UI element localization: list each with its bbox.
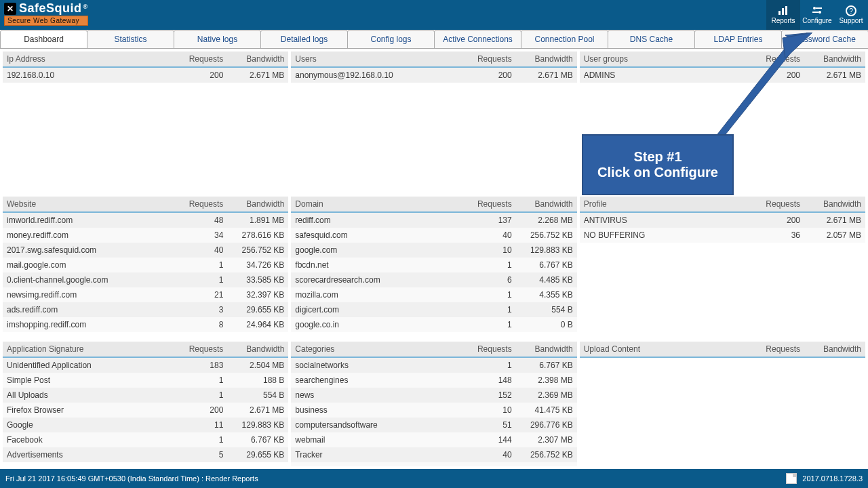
panel-body: 192.168.0.102002.671 MB <box>3 68 288 194</box>
tab-statistics[interactable]: Statistics <box>87 30 174 48</box>
table-row[interactable]: ANTIVIRUS2002.671 MB <box>580 213 865 228</box>
table-row[interactable]: rediff.com1372.268 MB <box>291 213 576 228</box>
table-row[interactable]: mail.google.com134.726 KB <box>3 258 288 272</box>
table-row[interactable]: Simple Post1188 B <box>3 373 288 388</box>
table-row[interactable]: Firefox Browser2002.671 MB <box>3 403 288 418</box>
nav-configure[interactable]: Configure <box>800 0 834 30</box>
table-row[interactable]: imworld.rediff.com481.891 MB <box>3 213 288 228</box>
panel-header: Application SignatureRequestsBandwidth <box>3 342 288 358</box>
cell-name: All Uploads <box>7 390 169 400</box>
tab-dns-cache[interactable]: DNS Cache <box>608 30 695 48</box>
table-row[interactable]: news1522.369 MB <box>291 388 576 403</box>
col-requests: Requests <box>462 52 516 66</box>
cell-bandwidth: 4.485 KB <box>512 275 573 285</box>
cell-requests: 1 <box>169 275 223 285</box>
cell-name: imworld.rediff.com <box>7 216 169 225</box>
cell-requests: 1 <box>458 305 512 314</box>
cell-bandwidth: 2.307 MB <box>512 435 573 445</box>
table-row[interactable]: 0.client-channel.google.com133.585 KB <box>3 272 288 287</box>
table-row[interactable]: mozilla.com14.355 KB <box>291 287 576 302</box>
panel-body: anonymous@192.168.0.102002.671 MB <box>291 68 576 194</box>
panel-header: DomainRequestsBandwidth <box>291 197 576 213</box>
table-row[interactable]: business1041.475 KB <box>291 403 576 418</box>
col-bandwidth: Bandwidth <box>516 52 577 66</box>
table-row[interactable]: safesquid.com40256.752 KB <box>291 228 576 243</box>
table-row[interactable]: Tracker40256.752 KB <box>291 447 576 462</box>
cell-name: Tracker <box>295 450 457 460</box>
table-row[interactable]: newsimg.rediff.com2132.397 KB <box>3 287 288 302</box>
cell-name: google.com <box>295 245 457 255</box>
cell-requests: 1 <box>458 260 512 270</box>
cell-name: newsimg.rediff.com <box>7 290 169 300</box>
table-row[interactable]: webmail1442.307 MB <box>291 432 576 447</box>
nav-support[interactable]: ? Support <box>834 0 868 30</box>
nav-configure-label: Configure <box>802 17 831 24</box>
col-title: Domain <box>291 197 461 211</box>
cell-bandwidth: 6.767 KB <box>512 260 573 270</box>
panel-application-signature: Application SignatureRequestsBandwidthUn… <box>3 342 288 466</box>
table-row[interactable]: computersandsoftware51296.776 KB <box>291 418 576 432</box>
brand-tagline: Secure Web Gateway <box>4 16 88 26</box>
tab-connection-pool[interactable]: Connection Pool <box>521 30 608 48</box>
table-row[interactable]: google.com10129.883 KB <box>291 243 576 258</box>
panel-body: imworld.rediff.com481.891 MBmoney.rediff… <box>3 213 288 339</box>
callout-line1: Step #1 <box>633 149 682 165</box>
cell-name: Facebook <box>7 435 169 445</box>
cell-requests: 148 <box>458 375 512 385</box>
table-row[interactable]: fbcdn.net16.767 KB <box>291 258 576 272</box>
document-icon[interactable] <box>786 473 797 484</box>
cell-requests: 40 <box>458 450 512 460</box>
cell-name: digicert.com <box>295 305 457 314</box>
table-row[interactable]: socialnetworks16.767 KB <box>291 358 576 373</box>
sliders-icon <box>812 5 823 16</box>
table-row[interactable]: All Uploads1554 B <box>3 388 288 403</box>
tab-native-logs[interactable]: Native logs <box>174 30 261 48</box>
cell-requests: 5 <box>169 450 223 460</box>
cell-name: webmail <box>295 435 457 445</box>
table-row[interactable]: Google11129.883 KB <box>3 418 288 432</box>
table-row[interactable]: NO BUFFERING362.057 MB <box>580 228 865 243</box>
table-row[interactable]: google.co.in10 B <box>291 317 576 332</box>
col-bandwidth: Bandwidth <box>227 197 288 211</box>
nav-reports[interactable]: Reports <box>766 0 800 30</box>
cell-name: Unidentified Application <box>7 361 169 370</box>
cell-name: Firefox Browser <box>7 405 169 415</box>
cell-bandwidth: 2.398 MB <box>512 375 573 385</box>
col-bandwidth: Bandwidth <box>227 342 288 357</box>
tab-config-logs[interactable]: Config logs <box>347 30 435 48</box>
cell-name: NO BUFFERING <box>584 230 746 240</box>
table-row[interactable]: searchengines1482.398 MB <box>291 373 576 388</box>
table-row[interactable]: 192.168.0.102002.671 MB <box>3 68 288 83</box>
cell-name: ads.rediff.com <box>7 305 169 314</box>
cell-bandwidth: 6.767 KB <box>223 435 284 445</box>
table-row[interactable]: Advertisements529.655 KB <box>3 447 288 462</box>
table-row[interactable]: money.rediff.com34278.616 KB <box>3 228 288 243</box>
cell-name: 0.client-channel.google.com <box>7 275 169 285</box>
table-row[interactable]: Facebook16.767 KB <box>3 432 288 447</box>
table-row[interactable]: anonymous@192.168.0.102002.671 MB <box>291 68 576 83</box>
table-row[interactable]: ads.rediff.com329.655 KB <box>3 302 288 317</box>
table-row[interactable]: imshopping.rediff.com824.964 KB <box>3 317 288 332</box>
status-right: 2017.0718.1728.3 <box>786 473 863 484</box>
col-title: Categories <box>291 342 461 357</box>
tab-dashboard[interactable]: Dashboard <box>0 30 87 48</box>
app-header: ✕ SafeSquid ® Secure Web Gateway Reports… <box>0 0 868 30</box>
panel-body <box>580 358 865 466</box>
panel-ip-address: Ip AddressRequestsBandwidth192.168.0.102… <box>3 52 288 194</box>
table-row[interactable]: google996.298 KB <box>291 462 576 466</box>
tab-active-connections[interactable]: Active Connections <box>434 30 521 48</box>
cell-bandwidth: 34.726 KB <box>223 260 284 270</box>
table-row[interactable]: 2017.swg.safesquid.com40256.752 KB <box>3 243 288 258</box>
table-row[interactable]: scorecardresearch.com64.485 KB <box>291 272 576 287</box>
cell-requests: 21 <box>169 290 223 300</box>
cell-requests: 200 <box>169 70 223 80</box>
col-bandwidth: Bandwidth <box>516 342 577 357</box>
table-row[interactable]: digicert.com1554 B <box>291 302 576 317</box>
panel-body: socialnetworks16.767 KBsearchengines1482… <box>291 358 576 466</box>
cell-requests: 200 <box>169 405 223 415</box>
table-row[interactable]: Unidentified Application1832.504 MB <box>3 358 288 373</box>
cell-bandwidth: 256.752 KB <box>512 230 573 240</box>
cell-name: business <box>295 405 457 415</box>
tab-detailed-logs[interactable]: Detailed logs <box>260 30 348 48</box>
cell-name: money.rediff.com <box>7 230 169 240</box>
